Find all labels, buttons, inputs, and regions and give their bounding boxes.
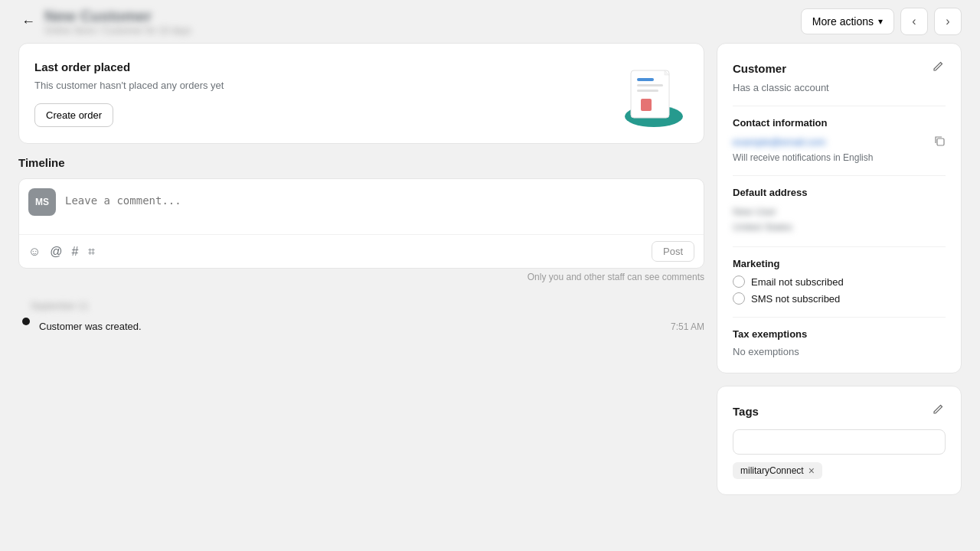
pencil-icon xyxy=(932,62,944,75)
emoji-icon[interactable]: ☺ xyxy=(28,245,41,259)
account-type: Has a classic account xyxy=(733,82,946,93)
topbar-right: More actions ▾ ‹ › xyxy=(801,8,962,35)
email-not-subscribed-label: Email not subscribed xyxy=(751,276,844,288)
customer-edit-button[interactable] xyxy=(930,59,946,77)
chevron-left-icon: ‹ xyxy=(912,15,916,28)
main-content: Last order placed This customer hasn't p… xyxy=(0,43,980,514)
timeline-event: Customer was created. 7:51 AM xyxy=(39,318,704,335)
divider-1 xyxy=(733,106,946,106)
last-order-description: This customer hasn't placed any orders y… xyxy=(34,80,224,91)
breadcrumb: Online Store / Customer for 10 days xyxy=(44,25,191,36)
hashtag-icon[interactable]: # xyxy=(72,245,79,259)
contact-row: example@email.com xyxy=(733,135,946,149)
customer-card-header: Customer xyxy=(733,59,946,77)
right-column: Customer Has a classic account Contact i… xyxy=(717,43,962,495)
contact-email: example@email.com xyxy=(733,136,826,148)
mention-icon[interactable]: @ xyxy=(50,245,62,259)
tags-card: Tags militaryConnect × xyxy=(717,386,962,495)
tags-card-header: Tags xyxy=(733,402,946,420)
timeline-section: Timeline MS ☺ @ # ⌗ Post On xyxy=(18,156,704,344)
tax-exemptions-heading: Tax exemptions xyxy=(733,328,946,340)
tag-remove-button[interactable]: × xyxy=(808,465,815,476)
link-icon[interactable]: ⌗ xyxy=(88,245,95,259)
comment-tools: ☺ @ # ⌗ xyxy=(28,245,95,259)
timeline-date-group: September 11 Customer was created. 7:51 … xyxy=(18,301,704,335)
email-radio[interactable] xyxy=(733,276,745,288)
tags-list: militaryConnect × xyxy=(733,462,946,479)
svg-rect-4 xyxy=(637,90,658,92)
customer-section-title: Customer xyxy=(733,62,786,75)
svg-rect-5 xyxy=(641,99,652,111)
timeline-date-label: September 11 xyxy=(18,301,704,311)
last-order-title: Last order placed xyxy=(34,60,224,73)
sms-not-subscribed-label: SMS not subscribed xyxy=(751,293,840,305)
no-exemptions-text: No exemptions xyxy=(733,346,946,357)
email-marketing-item: Email not subscribed xyxy=(733,276,946,288)
topbar-left: ← New Customer Online Store / Customer f… xyxy=(18,8,191,36)
tags-pencil-icon xyxy=(932,405,944,418)
back-button[interactable]: ← xyxy=(18,11,38,33)
create-order-button[interactable]: Create order xyxy=(34,103,113,127)
svg-rect-3 xyxy=(637,84,663,86)
customer-card: Customer Has a classic account Contact i… xyxy=(717,43,962,373)
back-arrow-icon: ← xyxy=(21,14,35,30)
default-address-heading: Default address xyxy=(733,187,946,198)
contact-section-heading: Contact information xyxy=(733,117,946,129)
sms-marketing-item: SMS not subscribed xyxy=(733,292,946,305)
default-address-text: New User United States xyxy=(733,204,946,234)
chevron-right-icon: › xyxy=(946,15,949,28)
copy-icon xyxy=(933,137,946,149)
timeline-event-text: Customer was created. xyxy=(39,321,662,332)
comment-toolbar: ☺ @ # ⌗ Post xyxy=(19,234,704,268)
comment-input-row: MS xyxy=(19,179,704,234)
divider-3 xyxy=(733,246,946,247)
sms-radio[interactable] xyxy=(733,292,745,305)
nav-prev-button[interactable]: ‹ xyxy=(900,8,928,35)
tags-title: Tags xyxy=(733,405,759,418)
chevron-down-icon: ▾ xyxy=(878,16,883,27)
marketing-section: Marketing Email not subscribed SMS not s… xyxy=(733,258,946,305)
address-line2: United States xyxy=(733,221,792,233)
comment-box: MS ☺ @ # ⌗ Post xyxy=(18,178,704,269)
tags-edit-button[interactable] xyxy=(930,402,946,420)
tags-input[interactable] xyxy=(733,429,946,455)
timeline-event-time: 7:51 AM xyxy=(671,321,704,332)
post-button[interactable]: Post xyxy=(652,241,694,262)
timeline-title: Timeline xyxy=(18,156,704,169)
timeline-events: September 11 Customer was created. 7:51 … xyxy=(18,301,704,335)
last-order-content: Last order placed This customer hasn't p… xyxy=(34,60,224,127)
staff-note: Only you and other staff can see comment… xyxy=(18,269,704,289)
last-order-card: Last order placed This customer hasn't p… xyxy=(18,43,704,144)
divider-2 xyxy=(733,175,946,176)
list-item: militaryConnect × xyxy=(733,462,822,479)
tag-label: militaryConnect xyxy=(740,465,804,476)
more-actions-button[interactable]: More actions ▾ xyxy=(801,8,894,34)
copy-email-button[interactable] xyxy=(933,135,946,149)
divider-4 xyxy=(733,317,946,318)
marketing-heading: Marketing xyxy=(733,258,946,269)
page-title: New Customer xyxy=(44,8,191,25)
svg-rect-2 xyxy=(637,78,654,81)
more-actions-label: More actions xyxy=(812,15,874,28)
topbar: ← New Customer Online Store / Customer f… xyxy=(0,0,980,43)
svg-rect-6 xyxy=(937,139,944,145)
left-column: Last order placed This customer hasn't p… xyxy=(18,43,704,495)
order-illustration xyxy=(612,59,688,128)
tax-exemptions-section: Tax exemptions No exemptions xyxy=(733,328,946,357)
avatar: MS xyxy=(28,188,56,216)
nav-next-button[interactable]: › xyxy=(934,8,962,35)
comment-input[interactable] xyxy=(65,188,694,225)
notification-language: Will receive notifications in English xyxy=(733,152,946,163)
timeline-dot xyxy=(22,318,30,325)
address-line1: New User xyxy=(733,206,776,217)
